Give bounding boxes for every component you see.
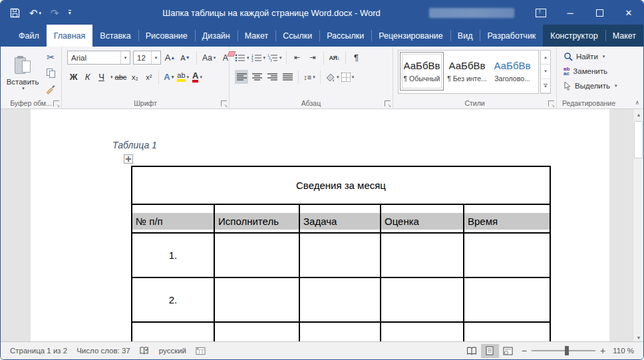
align-left-button[interactable] [235, 70, 248, 84]
tab-developer[interactable]: Разработчик [480, 25, 543, 47]
style-card-heading1[interactable]: АаБбВв Заголово... [490, 52, 534, 90]
font-family-combobox[interactable]: Arial ▾ [67, 51, 130, 65]
web-layout-button[interactable] [499, 344, 517, 358]
tab-layout[interactable]: Макет [238, 25, 275, 47]
font-dialog-launcher[interactable] [221, 100, 227, 106]
row-number-cell[interactable]: 2. [132, 277, 214, 322]
collapse-ribbon-icon[interactable]: ∧ [635, 99, 639, 106]
font-size-combobox[interactable]: 12 ▾ [133, 51, 161, 65]
tab-view[interactable]: Вид [450, 25, 480, 47]
tab-references[interactable]: Ссылки [275, 25, 319, 47]
superscript-button[interactable]: x² [142, 70, 155, 84]
qat-customize-icon[interactable]: ▾ [69, 10, 71, 15]
empty-cell[interactable] [214, 277, 299, 322]
redo-icon[interactable]: ↷ [51, 8, 59, 18]
font-size-dropdown-icon[interactable]: ▾ [151, 51, 160, 64]
print-layout-button[interactable] [481, 344, 499, 358]
header-cell[interactable]: Время [464, 204, 550, 233]
paste-button[interactable]: Вставить ▾ [5, 50, 41, 96]
scroll-up-icon[interactable]: ▲ [633, 109, 643, 120]
find-button[interactable]: Найти▾ [564, 52, 605, 61]
empty-cell[interactable] [464, 322, 550, 343]
bullets-dropdown-icon[interactable]: ▾ [247, 55, 249, 61]
tab-table-layout[interactable]: Макет [605, 25, 643, 47]
styles-scroll-up-icon[interactable]: ▲ [541, 51, 550, 65]
table-title-cell[interactable]: Сведения за месяц [132, 166, 550, 204]
tab-mailings[interactable]: Рассылки [319, 25, 371, 47]
vertical-scrollbar[interactable]: ▲ ▼ [633, 109, 643, 343]
empty-cell[interactable] [299, 233, 381, 277]
tab-draw[interactable]: Рисование [138, 25, 195, 47]
paragraph-dialog-launcher[interactable] [385, 100, 391, 106]
italic-button[interactable]: К [81, 70, 94, 84]
line-spacing-dropdown-icon[interactable]: ▾ [313, 75, 315, 80]
bullets-button[interactable]: ▾ [235, 51, 249, 65]
header-cell[interactable]: № п/п [132, 204, 214, 233]
proofing-status[interactable] [140, 346, 150, 355]
tab-table-design[interactable]: Конструктор [543, 25, 605, 47]
empty-cell[interactable] [214, 233, 299, 277]
shading-button[interactable]: ▾ [325, 70, 339, 84]
empty-cell[interactable] [381, 277, 464, 322]
scrollbar-thumb[interactable] [634, 121, 643, 158]
bold-button[interactable]: Ж [67, 70, 80, 84]
text-highlight-button[interactable]: ab▾ [176, 70, 190, 84]
macro-record-button[interactable] [196, 347, 206, 355]
header-cell[interactable]: Исполнитель [214, 204, 299, 233]
multilevel-list-button[interactable]: 123 ▾ [267, 51, 282, 65]
zoom-in-button[interactable]: + [595, 345, 610, 356]
table-caption[interactable]: Таблица 1 [112, 140, 157, 150]
decrease-indent-button[interactable]: ⇤ [291, 51, 304, 65]
replace-button[interactable]: abac Заменить [564, 67, 607, 76]
line-spacing-button[interactable]: ↕≡▾ [303, 70, 316, 84]
header-cell[interactable]: Оценка [381, 204, 464, 233]
grow-font-button[interactable]: А▲ [164, 51, 176, 65]
format-painter-button[interactable] [43, 83, 58, 96]
cut-button[interactable]: ✂ [43, 51, 58, 64]
minimize-button[interactable]: ─ [556, 1, 585, 25]
account-name-redacted[interactable] [429, 8, 514, 18]
shading-dropdown-icon[interactable]: ▾ [337, 75, 339, 80]
zoom-percentage[interactable]: 110 % [613, 347, 634, 355]
empty-cell[interactable] [464, 277, 550, 322]
tab-design[interactable]: Дизайн [195, 25, 238, 47]
change-case-button[interactable]: Аа▾ [202, 51, 216, 65]
styles-dialog-launcher[interactable] [548, 100, 554, 106]
sort-button[interactable]: АЯ↓ [328, 51, 341, 65]
numbering-dropdown-icon[interactable]: ▾ [263, 55, 266, 61]
empty-cell[interactable] [299, 322, 381, 343]
undo-dropdown-icon[interactable]: ▾ [39, 11, 42, 15]
read-mode-button[interactable] [463, 344, 481, 358]
save-icon[interactable] [10, 8, 20, 18]
align-center-button[interactable] [250, 70, 263, 84]
tab-file[interactable]: Файл [11, 25, 47, 47]
page-indicator[interactable]: Страница 1 из 2 [10, 347, 67, 355]
tab-review[interactable]: Рецензирование [371, 25, 450, 47]
tab-insert[interactable]: Вставка [92, 25, 138, 47]
style-card-no-spacing[interactable]: АаБбВв ¶ Без инте... [445, 52, 489, 90]
language-indicator[interactable]: русский [159, 347, 186, 355]
strikethrough-button[interactable]: abc [114, 70, 128, 84]
justify-button[interactable] [281, 70, 294, 84]
styles-scroll-down-icon[interactable]: ▼ [541, 65, 550, 79]
find-dropdown-icon[interactable]: ▾ [603, 54, 605, 59]
shrink-font-button[interactable]: А▼ [179, 51, 192, 65]
multilevel-dropdown-icon[interactable]: ▾ [279, 55, 282, 61]
row-number-cell[interactable]: 1. [132, 233, 214, 277]
select-dropdown-icon[interactable]: ▾ [615, 83, 617, 89]
style-card-normal[interactable]: АаБбВв ¶ Обычный [400, 52, 444, 90]
increase-indent-button[interactable]: ⇥ [306, 51, 319, 65]
zoom-slider[interactable] [532, 350, 595, 351]
show-marks-button[interactable]: ¶ [350, 51, 363, 65]
word-count[interactable]: Число слов: 37 [77, 347, 130, 355]
maximize-button[interactable] [585, 1, 614, 25]
row-number-cell[interactable]: 3. [132, 322, 214, 343]
zoom-out-button[interactable]: − [517, 345, 532, 356]
font-family-dropdown-icon[interactable]: ▾ [120, 51, 130, 64]
empty-cell[interactable] [214, 322, 299, 343]
empty-cell[interactable] [299, 277, 381, 322]
empty-cell[interactable] [464, 233, 550, 277]
align-right-button[interactable] [265, 70, 279, 84]
borders-dropdown-icon[interactable]: ▾ [352, 75, 355, 80]
header-cell[interactable]: Задача [299, 204, 381, 233]
